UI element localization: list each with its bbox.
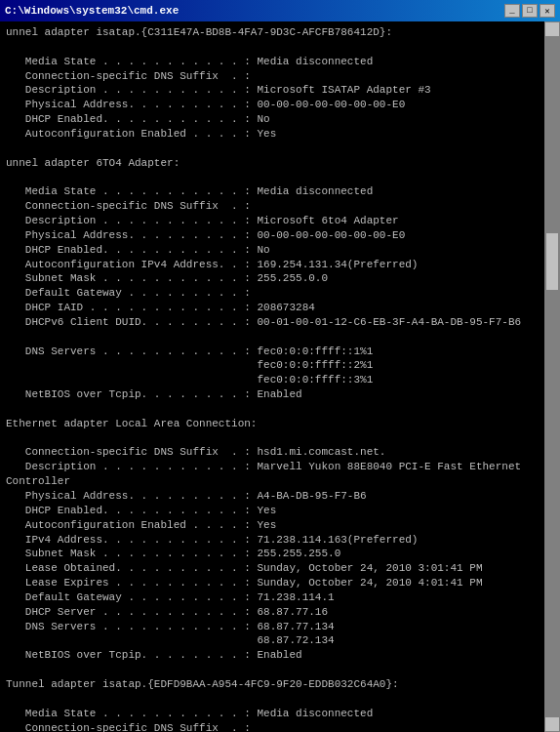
- scrollbar-track[interactable]: [544, 37, 560, 716]
- scrollbar[interactable]: ▲ ▼: [544, 21, 560, 732]
- window-title: C:\Windows\system32\cmd.exe: [5, 5, 179, 17]
- cmd-window: C:\Windows\system32\cmd.exe _ □ ✕ unnel …: [0, 0, 560, 732]
- title-bar: C:\Windows\system32\cmd.exe _ □ ✕: [0, 0, 560, 21]
- scroll-down-button[interactable]: ▼: [544, 716, 560, 732]
- console-area: unnel adapter isatap.{C311E47A-BD8B-4FA7…: [0, 21, 560, 732]
- scroll-up-button[interactable]: ▲: [544, 21, 560, 37]
- title-bar-controls: _ □ ✕: [504, 4, 555, 18]
- scrollbar-thumb[interactable]: [545, 232, 559, 291]
- console-output: unnel adapter isatap.{C311E47A-BD8B-4FA7…: [6, 25, 554, 732]
- close-button[interactable]: ✕: [540, 4, 555, 18]
- maximize-button[interactable]: □: [522, 4, 538, 18]
- minimize-button[interactable]: _: [504, 4, 520, 18]
